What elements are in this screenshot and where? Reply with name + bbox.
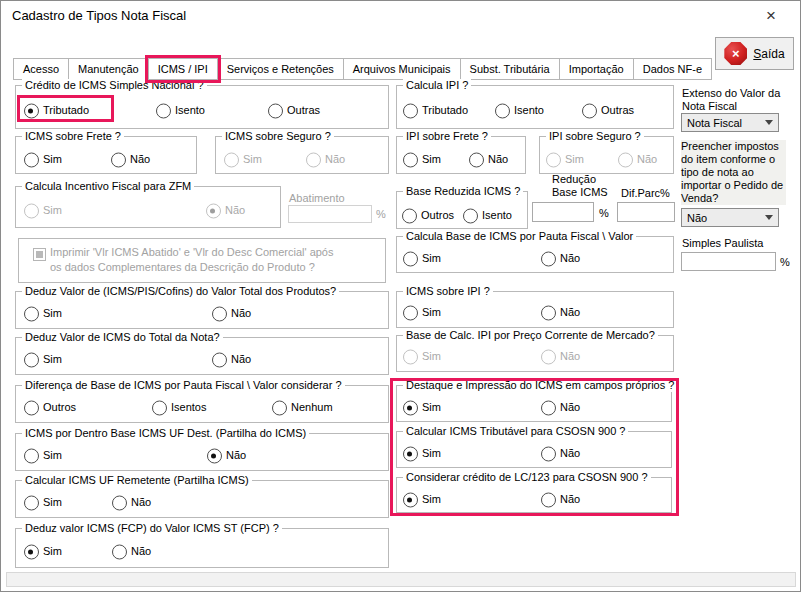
group-icms-uf-remetente: Calcular ICMS UF Remetente (Partilha ICM…	[15, 480, 389, 518]
radio-sim[interactable]: Sim	[403, 152, 441, 167]
radio-nao[interactable]: Não	[212, 306, 251, 321]
radio-outros[interactable]: Outros	[402, 208, 454, 223]
group-title: Considerar crédito de LC/123 para CSOSN …	[403, 471, 651, 484]
group-calcular-icms-csosn900: Calcular ICMS Tributável para CSOSN 900 …	[396, 431, 672, 468]
radio-sim: Sim	[24, 203, 62, 218]
radio-sim[interactable]: Sim	[24, 448, 62, 463]
difparc-label: Dif.Parc%	[621, 187, 670, 199]
radio-nao[interactable]: Não	[541, 400, 580, 415]
imprimir-line1: Imprimir 'Vlr ICMS Abatido' e 'Vlr do De…	[50, 246, 334, 258]
radio-nao: Não	[541, 349, 580, 364]
tab-icms-ipi[interactable]: ICMS / IPI	[148, 58, 218, 80]
group-destaque-impressao-icms: Destaque e Impressão do ICMS em campos p…	[396, 385, 672, 422]
radio-nao: Não	[206, 203, 245, 218]
group-deduz-icms-total-nota: Deduz Valor de ICMS do Total da Nota? Si…	[15, 337, 389, 375]
simples-paulista-input[interactable]	[681, 252, 776, 271]
preencher-dropdown-value: Não	[687, 212, 707, 224]
radio-sim[interactable]: Sim	[24, 352, 62, 367]
group-deduz-valor-produtos: Deduz Valor de (ICMS/PIS/Cofins) do Valo…	[15, 291, 389, 329]
group-title: IPI sobre Frete ?	[403, 130, 491, 143]
group-title: Deduz Valor de (ICMS/PIS/Cofins) do Valo…	[22, 285, 339, 298]
tab-acesso[interactable]: Acesso	[13, 58, 69, 80]
radio-nao[interactable]: Não	[469, 152, 508, 167]
radio-sim[interactable]: Sim	[24, 152, 62, 167]
radio-sim[interactable]: Sim	[24, 544, 62, 559]
group-diferenca-base-icms: Diferença de Base de ICMS por Pauta Fisc…	[15, 385, 389, 423]
radio-sim[interactable]: Sim	[403, 400, 441, 415]
extenso-dropdown[interactable]: Nota Fiscal	[681, 113, 779, 132]
group-title: Calcular ICMS UF Remetente (Partilha ICM…	[22, 474, 252, 487]
imprimir-checkbox	[33, 248, 46, 261]
group-base-reduzida-icms: Base Reduzida ICMS ? Outros Isento	[396, 191, 528, 229]
tab-subst-tributaria[interactable]: Subst. Tributária	[460, 58, 560, 80]
imprimir-line2: os dados Complementares da Descrição do …	[50, 261, 315, 273]
radio-nao[interactable]: Não	[112, 495, 151, 510]
group-title: Destaque e Impressão do ICMS em campos p…	[403, 379, 677, 392]
radio-isento[interactable]: Isento	[495, 103, 544, 118]
radio-nao[interactable]: Não	[541, 492, 580, 507]
reducao-base-icms-input[interactable]	[532, 202, 594, 222]
group-title: Base Reduzida ICMS ?	[403, 185, 523, 198]
group-title: Calcula IPI ?	[403, 79, 471, 92]
window-title: Cadastro de Tipos Nota Fiscal	[12, 8, 186, 23]
abatimento-unit: %	[376, 208, 386, 220]
difparc-input[interactable]	[617, 202, 675, 222]
exit-label-rest: aída	[761, 47, 784, 61]
radio-nao[interactable]: Não	[112, 544, 151, 559]
radio-nenhum[interactable]: Nenhum	[272, 400, 333, 415]
tab-arquivos-municipais[interactable]: Arquivos Municipais	[343, 58, 461, 80]
radio-sim[interactable]: Sim	[403, 305, 441, 320]
radio-tributado[interactable]: Tributado	[24, 103, 89, 118]
radio-nao[interactable]: Não	[541, 251, 580, 266]
radio-isento[interactable]: Isento	[156, 103, 205, 118]
radio-sim: Sim	[403, 349, 441, 364]
group-icms-por-dentro: ICMS por Dentro Base ICMS UF Dest. (Part…	[15, 433, 389, 471]
radio-nao[interactable]: Não	[207, 448, 246, 463]
radio-sim: Sim	[546, 152, 584, 167]
preencher-impostos-dropdown[interactable]: Não	[681, 208, 779, 227]
radio-isento[interactable]: Isento	[463, 208, 512, 223]
preencher-impostos-label: Preencher impostos do item conforme o ti…	[681, 140, 786, 205]
group-calcula-ipi: Calcula IPI ? Tributado Isento Outras	[396, 85, 674, 129]
reducao-label-line2: Base ICMS	[552, 186, 608, 198]
tab-servicos-retencoes[interactable]: Serviços e Retenções	[217, 58, 344, 80]
stop-x-icon: ×	[724, 42, 747, 65]
radio-outras[interactable]: Outras	[268, 103, 320, 118]
group-icms-sobre-ipi: ICMS sobre IPI ? Sim Não	[396, 291, 674, 328]
close-icon[interactable]: ×	[758, 5, 784, 27]
tab-dados-nfe[interactable]: Dados NF-e	[633, 58, 712, 80]
group-title: ICMS por Dentro Base ICMS UF Dest. (Part…	[22, 427, 309, 440]
tab-manutencao[interactable]: Manutenção	[68, 58, 149, 80]
radio-outros[interactable]: Outros	[24, 400, 76, 415]
radio-sim[interactable]: Sim	[24, 495, 62, 510]
bottom-panel	[6, 572, 796, 587]
radio-nao[interactable]: Não	[111, 152, 150, 167]
radio-sim[interactable]: Sim	[403, 446, 441, 461]
extenso-dropdown-value: Nota Fiscal	[687, 117, 742, 129]
group-title: ICMS sobre Frete ?	[22, 130, 124, 143]
group-incentivo-zfm: Calcula Incentivo Fiscal para ZFM Sim Nã…	[15, 186, 281, 228]
group-title: Base de Calc. IPI por Preço Corrente de …	[403, 329, 658, 342]
group-title: IPI sobre Seguro ?	[546, 130, 644, 143]
exit-button[interactable]: × Saída	[715, 37, 794, 70]
extenso-label: Extenso do Valor da Nota Fiscal	[682, 87, 790, 113]
radio-isentos[interactable]: Isentos	[152, 400, 206, 415]
group-title: Calcula Base de ICMS por Pauta Fiscal \ …	[403, 230, 636, 243]
reducao-label-line1: Redução	[552, 173, 596, 185]
radio-tributado[interactable]: Tributado	[403, 103, 468, 118]
group-imprimir-vlr-abatido: Imprimir 'Vlr ICMS Abatido' e 'Vlr do De…	[18, 238, 386, 283]
tab-importacao[interactable]: Importação	[559, 58, 634, 80]
radio-sim[interactable]: Sim	[24, 306, 62, 321]
group-title: Deduz valor ICMS (FCP) do Valor ICMS ST …	[22, 522, 282, 535]
radio-sim[interactable]: Sim	[403, 492, 441, 507]
simples-paulista-label: Simples Paulista	[682, 237, 790, 250]
radio-nao[interactable]: Não	[541, 446, 580, 461]
group-title: Calcula Incentivo Fiscal para ZFM	[22, 180, 194, 193]
group-ipi-sobre-seguro: IPI sobre Seguro ? Sim Não	[539, 136, 674, 174]
group-icms-sobre-seguro: ICMS sobre Seguro ? Sim Não	[215, 136, 389, 174]
radio-sim[interactable]: Sim	[403, 251, 441, 266]
radio-outras[interactable]: Outras	[582, 103, 634, 118]
group-ipi-sobre-frete: IPI sobre Frete ? Sim Não	[396, 136, 526, 174]
radio-nao[interactable]: Não	[212, 352, 251, 367]
radio-nao[interactable]: Não	[541, 305, 580, 320]
